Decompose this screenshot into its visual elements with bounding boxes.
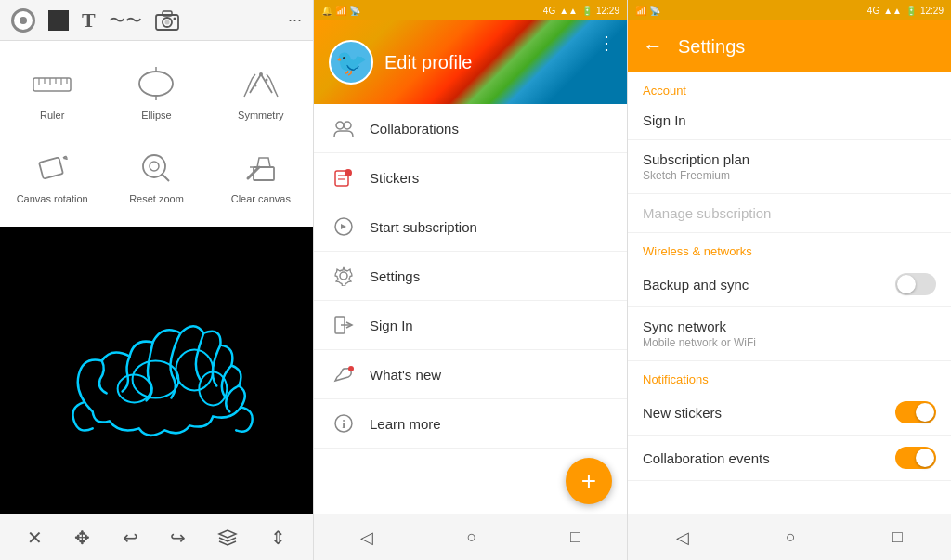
toolbar-bottom: ✕ ✥ ↩ ↪ ⇕ bbox=[0, 514, 313, 560]
menu-header: 🐦 Edit profile ⋮ bbox=[314, 20, 627, 104]
fab-button[interactable]: + bbox=[566, 458, 612, 504]
symmetry-tool[interactable]: Symmetry bbox=[209, 50, 313, 134]
svg-point-12 bbox=[139, 72, 173, 96]
status-bar-menu: 🔔 📶 📡 4G ▲▲ 🔋 12:29 bbox=[314, 0, 627, 20]
svg-point-30 bbox=[345, 169, 352, 176]
menu-item-collaborations[interactable]: Collaborations bbox=[314, 104, 627, 153]
signal-label: 4G bbox=[543, 6, 555, 16]
canvas-doodle bbox=[0, 227, 313, 486]
svg-point-4 bbox=[164, 20, 169, 24]
settings-label: Settings bbox=[370, 268, 420, 284]
home-nav-icon[interactable]: ○ bbox=[467, 527, 477, 547]
collaboration-events-toggle[interactable] bbox=[895, 447, 936, 469]
menu-item-learn-more[interactable]: i Learn more bbox=[314, 399, 627, 449]
ellipse-label: Ellipse bbox=[141, 110, 171, 121]
reset-zoom-tool[interactable]: Reset zoom bbox=[104, 134, 208, 217]
settings-header: ← Settings bbox=[628, 20, 951, 72]
reset-zoom-label: Reset zoom bbox=[129, 193, 184, 204]
more-options-icon[interactable]: ··· bbox=[288, 10, 302, 30]
collaboration-events-title: Collaboration events bbox=[643, 450, 770, 466]
settings-item-collaboration-events[interactable]: Collaboration events bbox=[628, 436, 951, 481]
clear-canvas-label: Clear canvas bbox=[231, 193, 291, 204]
settings-item-manage-subscription: Manage subscription bbox=[628, 194, 951, 233]
settings-back-icon[interactable]: ← bbox=[643, 34, 663, 59]
manage-subscription-title: Manage subscription bbox=[643, 205, 771, 221]
menu-item-stickers[interactable]: Stickers bbox=[314, 153, 627, 202]
ruler-tool[interactable]: Ruler bbox=[0, 50, 104, 134]
settings-battery: 🔋 bbox=[905, 6, 917, 16]
subscription-plan-sub: Sketch Freemium bbox=[643, 169, 749, 182]
sign-in-label: Sign In bbox=[370, 318, 413, 333]
collaborations-label: Collaborations bbox=[370, 121, 459, 137]
section-notifications-header: Notifications bbox=[628, 361, 951, 390]
symmetry-label: Symmetry bbox=[238, 110, 284, 121]
svg-point-27 bbox=[336, 122, 344, 129]
svg-point-16 bbox=[265, 79, 267, 82]
settings-home-nav-icon[interactable]: ○ bbox=[786, 527, 796, 547]
mustache-icon[interactable]: 〜〜 bbox=[109, 9, 142, 32]
settings-recents-nav-icon[interactable]: □ bbox=[892, 527, 903, 547]
clear-canvas-icon bbox=[241, 147, 281, 188]
canvas-rotation-label: Canvas rotation bbox=[17, 193, 88, 204]
settings-signal-bars: ▲▲ bbox=[883, 6, 902, 16]
menu-title: Edit profile bbox=[384, 52, 473, 73]
backup-sync-title: Backup and sync bbox=[643, 277, 749, 293]
settings-nav-bar: ◁ ○ □ bbox=[628, 514, 951, 560]
canvas-rotation-tool[interactable]: Canvas rotation bbox=[0, 134, 104, 217]
sign-in-icon bbox=[332, 314, 355, 336]
ellipse-tool[interactable]: Ellipse bbox=[104, 50, 208, 134]
settings-item-new-stickers[interactable]: New stickers bbox=[628, 390, 951, 436]
new-stickers-toggle-knob bbox=[916, 403, 934, 422]
settings-time-val: 12:29 bbox=[920, 6, 944, 16]
canvas-area[interactable] bbox=[0, 227, 313, 514]
move-icon[interactable]: ✥ bbox=[74, 527, 90, 549]
menu-item-settings[interactable]: Settings bbox=[314, 252, 627, 301]
menu-items: Collaborations Stickers Star bbox=[314, 104, 627, 514]
section-account-header: Account bbox=[628, 72, 951, 101]
close-icon[interactable]: ✕ bbox=[27, 527, 43, 549]
settings-item-sync-network[interactable]: Sync network Mobile network or WiFi bbox=[628, 307, 951, 361]
settings-back-nav-icon[interactable]: ◁ bbox=[676, 527, 689, 548]
back-nav-icon[interactable]: ◁ bbox=[360, 527, 373, 548]
new-stickers-toggle[interactable] bbox=[895, 401, 936, 423]
settings-status-left: 📶 📡 bbox=[635, 6, 660, 16]
battery-icon: 🔋 bbox=[581, 6, 593, 16]
subscription-plan-title: Subscription plan bbox=[643, 151, 749, 167]
sync-network-sub: Mobile network or WiFi bbox=[643, 336, 756, 349]
camera-icon[interactable] bbox=[155, 10, 179, 31]
menu-item-start-subscription[interactable]: Start subscription bbox=[314, 202, 627, 252]
menu-item-whats-new[interactable]: What's new bbox=[314, 350, 627, 399]
backup-sync-toggle[interactable] bbox=[895, 273, 936, 295]
new-stickers-title: New stickers bbox=[643, 405, 722, 421]
svg-point-15 bbox=[259, 72, 263, 76]
svg-point-23 bbox=[133, 361, 179, 398]
redo-icon[interactable]: ↪ bbox=[170, 527, 186, 549]
notification-icons: 🔔 📶 📡 bbox=[321, 6, 360, 16]
square-tool-icon[interactable] bbox=[48, 10, 69, 31]
layers-icon[interactable] bbox=[217, 528, 238, 547]
settings-status-icons: 📶 📡 bbox=[635, 6, 660, 16]
reset-zoom-icon bbox=[136, 147, 176, 188]
menu-item-sign-in[interactable]: Sign In bbox=[314, 301, 627, 350]
undo-icon[interactable]: ↩ bbox=[123, 527, 138, 549]
whats-new-label: What's new bbox=[370, 367, 441, 383]
svg-rect-18 bbox=[39, 157, 63, 178]
toolbar-top: T 〜〜 ··· bbox=[0, 0, 313, 41]
text-tool-icon[interactable]: T bbox=[82, 8, 96, 33]
circle-tool-icon[interactable] bbox=[11, 8, 35, 33]
settings-item-subscription-plan[interactable]: Subscription plan Sketch Freemium bbox=[628, 140, 951, 194]
settings-item-backup-sync[interactable]: Backup and sync bbox=[628, 262, 951, 307]
symmetry-icon bbox=[241, 63, 281, 104]
sign-in-title: Sign In bbox=[643, 112, 686, 128]
svg-point-37 bbox=[348, 366, 354, 371]
settings-item-sign-in[interactable]: Sign In bbox=[628, 101, 951, 140]
recents-nav-icon[interactable]: □ bbox=[570, 527, 580, 547]
svg-point-28 bbox=[344, 122, 351, 129]
tools-panel: T 〜〜 ··· bbox=[0, 0, 314, 560]
settings-content: Account Sign In Subscription plan Sketch… bbox=[628, 72, 951, 514]
time-label: 12:29 bbox=[596, 6, 619, 16]
expand-icon[interactable]: ⇕ bbox=[270, 527, 286, 549]
svg-point-24 bbox=[176, 350, 213, 391]
menu-more-icon[interactable]: ⋮ bbox=[597, 32, 616, 54]
clear-canvas-tool[interactable]: Clear canvas bbox=[209, 134, 313, 217]
